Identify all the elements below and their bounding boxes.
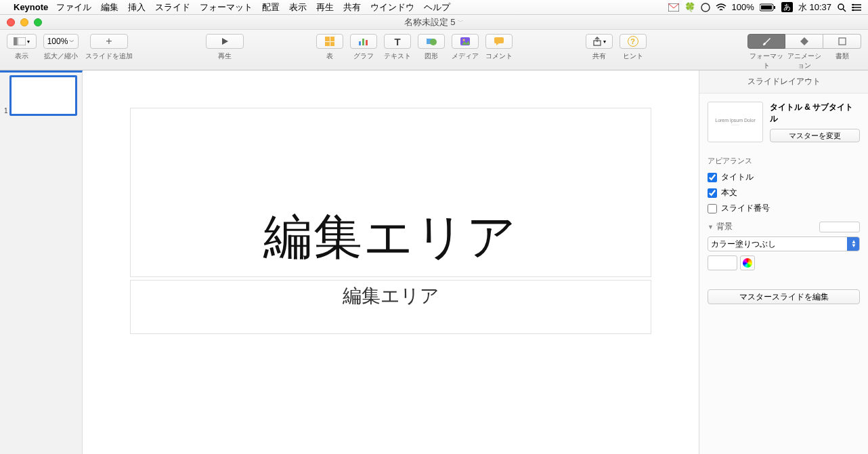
app-name[interactable]: Keynote <box>14 2 48 12</box>
checkbox-title[interactable]: タイトル <box>708 171 860 183</box>
slide-number: 1 <box>4 107 8 115</box>
svg-rect-24 <box>839 38 846 45</box>
battery-percent[interactable]: 100% <box>732 2 754 12</box>
svg-rect-13 <box>14 37 17 45</box>
svg-point-5 <box>838 4 844 9</box>
clock[interactable]: 水 10:37 <box>798 1 831 14</box>
svg-point-21 <box>463 39 465 41</box>
chart-button[interactable] <box>350 34 377 49</box>
media-icon <box>460 37 471 46</box>
menu-edit[interactable]: 編集 <box>101 1 118 14</box>
brush-icon <box>761 37 772 46</box>
menu-view[interactable]: 表示 <box>289 1 307 14</box>
tips-label: ヒント <box>623 51 643 61</box>
view-button[interactable]: ▾ <box>7 34 37 49</box>
subtitle-placeholder[interactable]: 編集エリア <box>130 280 651 334</box>
tab-animate[interactable] <box>785 34 823 49</box>
svg-rect-3 <box>761 5 772 9</box>
svg-rect-4 <box>774 6 775 9</box>
svg-point-19 <box>430 39 437 45</box>
menu-file[interactable]: ファイル <box>56 1 91 14</box>
document-icon <box>838 37 847 46</box>
share-icon <box>592 37 602 46</box>
text-button[interactable]: T <box>384 34 411 49</box>
inspector-header: スライドレイアウト <box>699 70 868 94</box>
menu-format[interactable]: フォーマット <box>200 1 253 14</box>
menu-help[interactable]: ヘルプ <box>424 1 450 14</box>
svg-rect-14 <box>18 37 26 45</box>
change-master-button[interactable]: マスターを変更 <box>770 129 860 142</box>
slide-navigator[interactable]: 1 <box>0 70 83 454</box>
menu-slide[interactable]: スライド <box>155 1 190 14</box>
media-button[interactable] <box>452 34 479 49</box>
zoom-button[interactable] <box>34 18 42 26</box>
table-icon <box>325 37 334 46</box>
animate-label: アニメーション <box>785 51 823 70</box>
svg-point-12 <box>852 9 854 10</box>
media-label: メディア <box>452 51 479 61</box>
share-button[interactable]: ▾ <box>586 34 613 49</box>
chart-icon <box>358 37 369 46</box>
table-button[interactable] <box>316 34 343 49</box>
tips-icon: ? <box>628 36 638 47</box>
ime-indicator[interactable]: あ <box>781 2 793 12</box>
color-wheel-icon <box>743 258 752 268</box>
tab-document[interactable] <box>823 34 861 49</box>
checkbox-body-input[interactable] <box>708 188 717 198</box>
disclosure-triangle-icon[interactable]: ▼ <box>708 224 714 230</box>
menu-window[interactable]: ウインドウ <box>370 1 414 14</box>
canvas[interactable]: 編集エリア 編集エリア <box>83 70 699 454</box>
color-well[interactable] <box>708 255 737 270</box>
comment-button[interactable] <box>485 34 513 49</box>
menu-share[interactable]: 共有 <box>343 1 361 14</box>
gmail-icon[interactable] <box>668 3 679 12</box>
fill-type-select[interactable]: カラー塗りつぶし ▲▼ <box>708 236 860 251</box>
view-icon <box>14 37 26 45</box>
shape-button[interactable] <box>418 34 445 49</box>
checkbox-slidenum[interactable]: スライド番号 <box>708 203 860 214</box>
slide-thumbnail-1[interactable]: 1 <box>3 75 79 116</box>
edit-master-button[interactable]: マスタースライドを編集 <box>708 289 860 304</box>
checkbox-slidenum-input[interactable] <box>708 204 717 213</box>
minimize-button[interactable] <box>20 18 28 26</box>
menubar: Keynote ファイル 編集 挿入 スライド フォーマット 配置 表示 再生 … <box>0 0 868 15</box>
format-label: フォーマット <box>747 51 785 70</box>
add-slide-button[interactable]: + <box>90 34 128 49</box>
document-title[interactable]: 名称未設定 5 ﹀ <box>404 16 464 28</box>
shape-label: 図形 <box>425 51 438 61</box>
play-label: 再生 <box>218 51 232 61</box>
window-controls <box>0 18 42 26</box>
title-placeholder[interactable]: 編集エリア <box>130 108 651 277</box>
menu-play[interactable]: 再生 <box>316 1 334 14</box>
menu-arrange[interactable]: 配置 <box>262 1 280 14</box>
notification-center-icon[interactable] <box>852 3 861 12</box>
status-icon-1[interactable]: 🍀 <box>685 2 695 12</box>
close-button[interactable] <box>7 18 15 26</box>
comment-icon <box>494 37 504 46</box>
add-slide-label: スライドを追加 <box>85 51 133 61</box>
text-label: テキスト <box>384 51 411 61</box>
comment-label: コメント <box>485 51 513 61</box>
play-button[interactable] <box>206 34 244 49</box>
svg-point-10 <box>852 3 854 5</box>
background-swatch-small[interactable] <box>819 222 860 232</box>
slide[interactable]: 編集エリア 編集エリア <box>129 107 652 401</box>
color-wheel-button[interactable] <box>740 255 755 270</box>
chart-label: グラフ <box>353 51 374 61</box>
shape-icon <box>426 37 437 46</box>
dropbox-icon[interactable] <box>701 3 710 12</box>
subtitle-text: 編集エリア <box>343 283 439 309</box>
zoom-button[interactable]: 100% ﹀ <box>43 34 79 49</box>
wifi-icon[interactable] <box>716 3 726 12</box>
menu-insert[interactable]: 挿入 <box>128 1 146 14</box>
tab-format[interactable] <box>747 34 785 49</box>
svg-rect-17 <box>366 40 368 45</box>
checkbox-title-input[interactable] <box>708 173 717 182</box>
battery-icon[interactable] <box>760 3 776 12</box>
spotlight-icon[interactable] <box>837 3 846 12</box>
zoom-label: 拡大／縮小 <box>44 51 78 61</box>
layout-thumbnail: Lorem Ipsum Dolor ——— <box>708 102 763 142</box>
tips-button[interactable]: ? <box>620 34 647 49</box>
checkbox-body[interactable]: 本文 <box>708 187 860 199</box>
main-area: 1 編集エリア 編集エリア スライドレイアウト Lorem Ipsum Dolo… <box>0 70 868 454</box>
